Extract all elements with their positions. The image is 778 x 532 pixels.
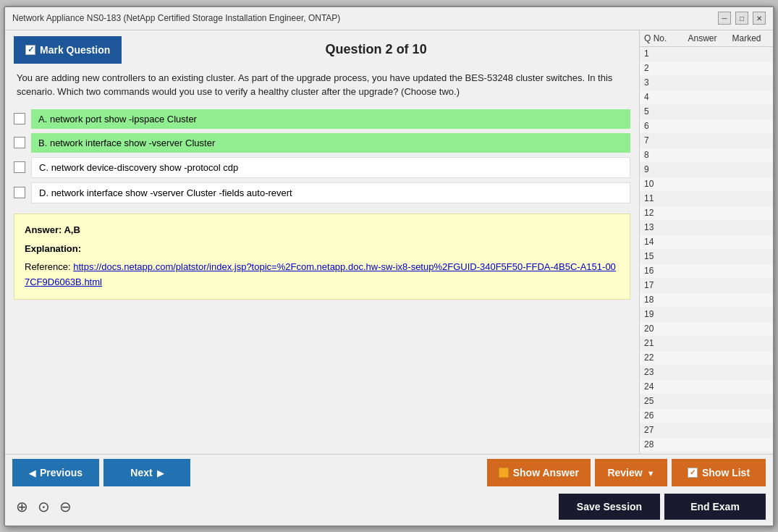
right-panel-header: Q No. Answer Marked: [640, 30, 773, 47]
question-list-row[interactable]: 28: [640, 438, 773, 452]
q-number: 18: [644, 295, 680, 305]
question-list-row[interactable]: 17: [640, 279, 773, 293]
option-b-text: network interface show -vserver Cluster: [50, 138, 215, 148]
option-a-letter: A.: [38, 114, 50, 124]
question-list-row[interactable]: 6: [640, 119, 773, 134]
q-number: 25: [644, 396, 680, 406]
q-number: 9: [644, 164, 680, 174]
q-number: 27: [644, 425, 680, 435]
q-number: 5: [644, 106, 680, 117]
end-exam-button[interactable]: End Exam: [664, 494, 766, 520]
question-list-row[interactable]: 27: [640, 423, 773, 438]
q-number: 1: [644, 48, 680, 59]
answer-box: Answer: A,B Explanation: Reference: http…: [14, 214, 630, 300]
answer-label: Answer: A,B: [25, 223, 620, 238]
option-a-text: network port show -ipspace Cluster: [50, 114, 197, 124]
option-c-letter: C.: [39, 162, 51, 173]
explanation-label: Explanation:: [25, 242, 620, 257]
option-checkbox-a[interactable]: [14, 113, 25, 124]
question-list-row[interactable]: 12: [640, 206, 773, 221]
mark-question-button[interactable]: Mark Question: [14, 36, 122, 64]
option-checkbox-b[interactable]: [14, 137, 25, 148]
restore-button[interactable]: □: [735, 12, 748, 25]
question-list-row[interactable]: 24: [640, 380, 773, 394]
question-list-row[interactable]: 21: [640, 337, 773, 351]
question-list-row[interactable]: 5: [640, 105, 773, 119]
show-answer-button[interactable]: Show Answer: [487, 459, 591, 486]
q-number: 12: [644, 208, 680, 218]
review-button[interactable]: Review: [595, 459, 667, 486]
reference-link[interactable]: https://docs.netapp.com/platstor/index.j…: [25, 261, 616, 287]
q-number: 2: [644, 63, 680, 73]
option-checkbox-d[interactable]: [14, 187, 25, 198]
reference-line: Reference: https://docs.netapp.com/plats…: [25, 260, 620, 290]
main-window: Network Appliance NS0-183 (NetApp Certif…: [4, 6, 774, 527]
title-bar: Network Appliance NS0-183 (NetApp Certif…: [5, 7, 773, 30]
q-number: 20: [644, 324, 680, 334]
option-row-c: C. network device-discovery show -protoc…: [14, 157, 630, 178]
question-list-row[interactable]: 22: [640, 351, 773, 366]
question-list-row[interactable]: 19: [640, 308, 773, 322]
question-list-row[interactable]: 3: [640, 76, 773, 90]
bottom-row2: ⊕ ⊙ ⊖ Save Session End Exam: [5, 491, 773, 525]
option-label-c[interactable]: C. network device-discovery show -protoc…: [31, 157, 630, 178]
option-label-a[interactable]: A. network port show -ipspace Cluster: [31, 109, 630, 129]
main-panel: Mark Question Question 2 of 10 You are a…: [5, 30, 639, 454]
q-number: 16: [644, 266, 680, 276]
review-label: Review: [607, 467, 642, 478]
question-list-row[interactable]: 7: [640, 134, 773, 148]
previous-button[interactable]: Previous: [12, 459, 99, 486]
previous-label: Previous: [40, 467, 83, 478]
reference-prefix: Reference:: [25, 261, 73, 272]
minimize-button[interactable]: ─: [718, 12, 731, 25]
bottom-bar: Previous Next Show Answer Review ✓ Show …: [5, 454, 773, 525]
q-number: 6: [644, 121, 680, 131]
option-label-d[interactable]: D. network interface show -vserver Clust…: [31, 182, 630, 203]
question-list-row[interactable]: 10: [640, 177, 773, 192]
question-list-row[interactable]: 8: [640, 148, 773, 163]
question-list-row[interactable]: 23: [640, 366, 773, 380]
question-list-row[interactable]: 11: [640, 192, 773, 206]
question-list-row[interactable]: 15: [640, 250, 773, 264]
mark-question-label: Mark Question: [40, 44, 110, 56]
q-number: 17: [644, 280, 680, 290]
option-label-b[interactable]: B. network interface show -vserver Clust…: [31, 133, 630, 153]
question-list-row[interactable]: 9: [640, 163, 773, 177]
zoom-reset-button[interactable]: ⊙: [34, 497, 53, 516]
option-d-text: network interface show -vserver Cluster …: [51, 187, 292, 198]
question-list-row[interactable]: 26: [640, 409, 773, 423]
question-list-row[interactable]: 18: [640, 293, 773, 308]
q-number: 23: [644, 367, 680, 377]
q-number: 11: [644, 193, 680, 203]
q-number: 15: [644, 251, 680, 261]
show-list-label: Show List: [702, 467, 750, 478]
zoom-out-button[interactable]: ⊖: [56, 497, 75, 516]
question-list[interactable]: 1234567891011121314151617181920212223242…: [640, 47, 773, 454]
options-list: A. network port show -ipspace Cluster B.…: [14, 109, 630, 203]
option-checkbox-c[interactable]: [14, 161, 25, 173]
prev-arrow-icon: [29, 467, 35, 478]
zoom-in-button[interactable]: ⊕: [12, 497, 31, 516]
question-list-row[interactable]: 25: [640, 394, 773, 409]
bottom-buttons-row: Previous Next Show Answer Review ✓ Show …: [5, 455, 773, 491]
question-list-row[interactable]: 1: [640, 47, 773, 62]
show-list-button[interactable]: ✓ Show List: [672, 459, 766, 486]
q-number: 28: [644, 439, 680, 449]
show-answer-label: Show Answer: [513, 467, 579, 478]
question-list-row[interactable]: 2: [640, 62, 773, 76]
next-arrow-icon: [157, 467, 164, 478]
next-button[interactable]: Next: [103, 459, 190, 486]
q-number: 26: [644, 410, 680, 421]
end-exam-label: End Exam: [690, 501, 740, 512]
question-list-row[interactable]: 13: [640, 221, 773, 235]
question-list-row[interactable]: 16: [640, 264, 773, 279]
close-button[interactable]: ✕: [753, 12, 766, 25]
option-c-text: network device-discovery show -protocol …: [51, 162, 239, 173]
question-list-row[interactable]: 14: [640, 235, 773, 250]
save-session-button[interactable]: Save Session: [559, 494, 660, 520]
q-number: 21: [644, 338, 680, 348]
title-bar-controls: ─ □ ✕: [718, 12, 766, 25]
question-list-row[interactable]: 20: [640, 322, 773, 337]
question-list-row[interactable]: 4: [640, 90, 773, 105]
header-marked: Marked: [724, 33, 769, 43]
